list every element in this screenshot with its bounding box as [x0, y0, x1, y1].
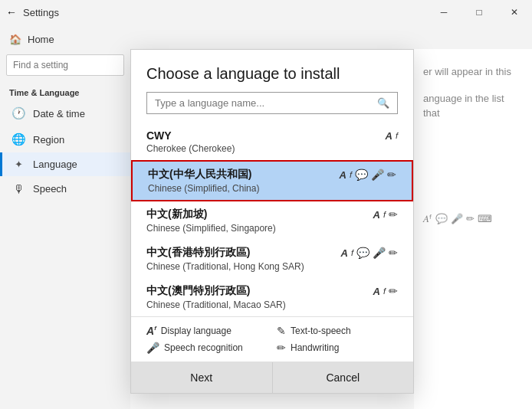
- font-icon-zhcn: f: [350, 170, 352, 179]
- mic-icon-zhcn: 🎤: [371, 169, 384, 181]
- display-lang-icon-zhmo: A: [373, 286, 380, 297]
- lang-item-zhmo-row: 中文(澳門特別行政區) A f ✏: [146, 284, 398, 298]
- lang-item-zhhk-row: 中文(香港特別行政區) A f 💬 🎤 ✏: [146, 246, 398, 260]
- speech-icon-zhcn: 💬: [355, 169, 368, 181]
- dialog-search-input[interactable]: [155, 97, 373, 109]
- home-icon: 🏠: [9, 34, 21, 45]
- next-button[interactable]: Next: [131, 362, 272, 393]
- titlebar-controls: ─ □ ✕: [426, 0, 532, 25]
- sidebar-item-language[interactable]: ✦ Language: [0, 152, 130, 176]
- lang-icons-zhmo: A f ✏: [373, 285, 398, 297]
- sidebar-search-container: [6, 54, 124, 76]
- lang-name-cwy: CWY: [146, 129, 172, 142]
- sidebar: 🏠 Home Time & Language 🕐 Date & time 🌐 R…: [0, 25, 130, 409]
- list-item-zh-hans-sg[interactable]: 中文(新加坡) A f ✏ Chinese (Simplified, Singa…: [131, 201, 413, 240]
- lang-sub-zhmo: Chinese (Traditional, Macao SAR): [146, 299, 398, 310]
- display-lang-icon-cwy: A: [386, 130, 392, 142]
- dialog-backdrop: Choose a language to install 🔍 CWY A f: [130, 49, 532, 409]
- speech-icon: 🎙: [11, 182, 25, 195]
- legend-handwriting-icon: ✏: [277, 342, 286, 354]
- sidebar-back[interactable]: 🏠 Home: [0, 28, 130, 51]
- language-icon: ✦: [11, 159, 25, 170]
- lang-icons-zhhk: A f 💬 🎤 ✏: [341, 247, 398, 259]
- main-layout: 🏠 Home Time & Language 🕐 Date & time 🌐 R…: [0, 25, 532, 409]
- legend-tts-icon: ✎: [277, 325, 286, 337]
- dialog-title: Choose a language to install: [131, 50, 413, 92]
- sidebar-item-region[interactable]: 🌐 Region: [0, 126, 130, 152]
- lang-sub-zhsg: Chinese (Simplified, Singapore): [146, 223, 398, 234]
- list-item-zh-hant-mo[interactable]: 中文(澳門特別行政區) A f ✏ Chinese (Traditional, …: [131, 278, 413, 316]
- display-lang-icon-zhhk: A: [341, 247, 348, 259]
- display-lang-icon-zhsg: A: [373, 209, 380, 221]
- sidebar-item-speech[interactable]: 🎙 Speech: [0, 176, 130, 201]
- dialog-search-box[interactable]: 🔍: [146, 92, 398, 114]
- legend-tts: ✎ Text-to-speech: [277, 325, 398, 337]
- lang-icons-cwy: A f: [386, 130, 398, 142]
- list-item-cwy[interactable]: CWY A f Cherokee (Cherokee): [131, 123, 413, 160]
- speech-icon-zhhk: 💬: [356, 247, 369, 259]
- legend-display-label: Display language: [161, 326, 232, 336]
- font-icon-cwy: f: [396, 131, 398, 140]
- lang-name-zhmo: 中文(澳門特別行政區): [146, 284, 250, 298]
- hand-icon-zhsg: ✏: [389, 208, 398, 221]
- titlebar-title: Settings: [23, 7, 59, 18]
- lang-icons-zhcn: A f 💬 🎤 ✏: [340, 169, 396, 181]
- titlebar: ← Settings ─ □ ✕: [0, 0, 532, 25]
- dialog-buttons: Next Cancel: [131, 362, 413, 393]
- lang-sub-cwy: Cherokee (Cherokee): [146, 143, 398, 154]
- date-time-icon: 🕐: [11, 106, 25, 120]
- lang-sub-zhhk: Chinese (Traditional, Hong Kong SAR): [146, 261, 398, 272]
- lang-name-zhsg: 中文(新加坡): [146, 208, 207, 221]
- sidebar-item-label-region: Region: [33, 134, 64, 146]
- hand-icon-zhhk: ✏: [389, 247, 398, 259]
- lang-name-zhhk: 中文(香港特別行政區): [146, 246, 250, 260]
- legend-tts-label: Text-to-speech: [291, 326, 351, 336]
- lang-item-zhcn-row: 中文(中华人民共和国) A f 💬 🎤 ✏: [148, 168, 396, 182]
- language-list: CWY A f Cherokee (Cherokee) 中文(中华人民共和国) …: [131, 123, 413, 316]
- legend-handwriting: ✏ Handwriting: [277, 342, 398, 354]
- list-item-zh-hans-cn[interactable]: 中文(中华人民共和国) A f 💬 🎤 ✏ Chinese (Simplifie…: [131, 160, 413, 201]
- language-dialog: Choose a language to install 🔍 CWY A f: [130, 49, 414, 394]
- sidebar-item-label-date-time: Date & time: [33, 108, 85, 119]
- titlebar-left: ← Settings: [0, 6, 59, 18]
- region-icon: 🌐: [11, 133, 25, 146]
- legend-display-icon: Af: [146, 325, 156, 337]
- lang-icons-zhsg: A f ✏: [373, 208, 398, 221]
- sidebar-item-label-speech: Speech: [33, 183, 67, 195]
- list-item-zh-hant-hk[interactable]: 中文(香港特別行政區) A f 💬 🎤 ✏ Chinese (Tradition…: [131, 240, 413, 278]
- lang-name-zhcn: 中文(中华人民共和国): [148, 168, 251, 182]
- sidebar-item-label-language: Language: [33, 159, 77, 170]
- close-button[interactable]: ✕: [497, 0, 532, 25]
- legend-display-lang: Af Display language: [146, 325, 268, 337]
- font-icon-zhsg: f: [383, 210, 386, 219]
- legend-handwriting-label: Handwriting: [291, 342, 339, 353]
- legend-speech-label: Speech recognition: [164, 342, 243, 353]
- search-icon: 🔍: [377, 97, 389, 109]
- lang-item-zhsg-row: 中文(新加坡) A f ✏: [146, 208, 398, 221]
- mic-icon-zhhk: 🎤: [373, 247, 386, 259]
- hand-icon-zhcn: ✏: [387, 169, 396, 181]
- legend: Af Display language ✎ Text-to-speech 🎤 S…: [131, 316, 413, 362]
- sidebar-search-input[interactable]: [6, 54, 124, 76]
- sidebar-section-label: Time & Language: [0, 82, 130, 100]
- home-label: Home: [28, 34, 54, 45]
- back-icon[interactable]: ←: [6, 6, 17, 18]
- maximize-button[interactable]: □: [461, 0, 497, 25]
- font-icon-zhmo: f: [383, 286, 386, 296]
- legend-speech-icon: 🎤: [146, 342, 159, 354]
- lang-sub-zhcn: Chinese (Simplified, China): [148, 183, 396, 194]
- font-icon-zhhk: f: [351, 248, 353, 257]
- display-lang-icon-zhcn: A: [340, 169, 346, 181]
- lang-item-cwy-row: CWY A f: [146, 129, 398, 142]
- legend-speech-recog: 🎤 Speech recognition: [146, 342, 268, 354]
- sidebar-item-date-time[interactable]: 🕐 Date & time: [0, 100, 130, 126]
- hand-icon-zhmo: ✏: [389, 285, 398, 297]
- minimize-button[interactable]: ─: [426, 0, 461, 25]
- cancel-button[interactable]: Cancel: [272, 362, 414, 393]
